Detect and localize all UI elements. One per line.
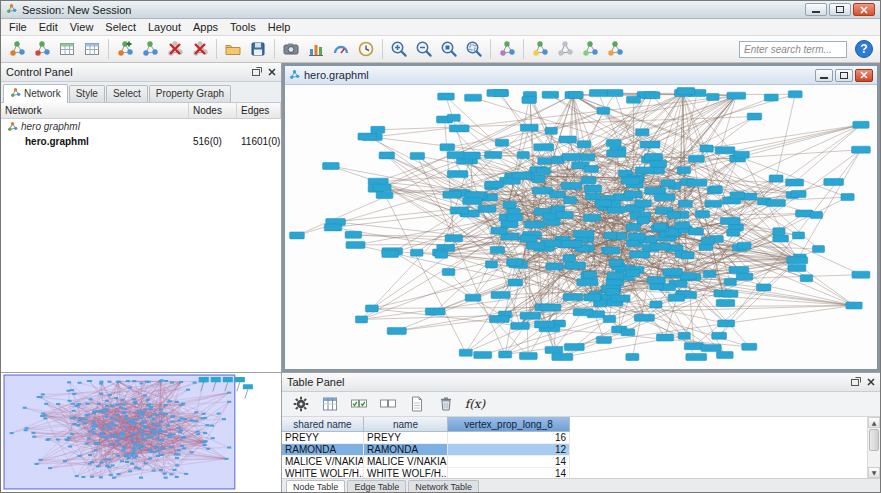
open-session-button[interactable] bbox=[221, 37, 245, 61]
tab-node-table[interactable]: Node Table bbox=[286, 480, 345, 493]
table-row-preyy[interactable]: PREYYPREYY16 bbox=[282, 432, 880, 444]
new-empty-network-button[interactable] bbox=[113, 37, 137, 61]
close-panel-button[interactable] bbox=[268, 66, 276, 78]
left-column: Control Panel NetworkStyleSelectProperty… bbox=[1, 63, 282, 492]
network-tree: hero graphmlhero.graphml516(0)11601(0) bbox=[1, 119, 281, 372]
import-table-from-file-button[interactable] bbox=[55, 37, 79, 61]
main-area: Control Panel NetworkStyleSelectProperty… bbox=[1, 63, 880, 492]
save-session-button[interactable] bbox=[246, 37, 270, 61]
maximize-button[interactable] bbox=[829, 3, 851, 16]
control-panel: Control Panel NetworkStyleSelectProperty… bbox=[1, 63, 281, 373]
import-network-from-url-button[interactable] bbox=[30, 37, 54, 61]
toolbar-separator bbox=[382, 39, 383, 59]
tab-select[interactable]: Select bbox=[106, 85, 148, 102]
close-icon bbox=[860, 6, 868, 14]
menu-select[interactable]: Select bbox=[99, 19, 142, 35]
first-neighbors-button[interactable] bbox=[528, 37, 552, 61]
destroy-network-button[interactable] bbox=[163, 37, 187, 61]
tab-network[interactable]: Network bbox=[3, 84, 68, 103]
help-button[interactable]: ? bbox=[855, 40, 873, 58]
table-scrollbar[interactable]: ▲ ▼ bbox=[867, 417, 880, 478]
zoom-out-button[interactable] bbox=[412, 37, 436, 61]
column-header-nodes[interactable]: Nodes bbox=[189, 103, 237, 118]
menu-tools[interactable]: Tools bbox=[224, 19, 262, 35]
collection-label: hero graphml bbox=[21, 121, 80, 132]
deselect-all-rows-button[interactable] bbox=[378, 394, 398, 414]
timer-button[interactable] bbox=[354, 37, 378, 61]
table-options-button[interactable] bbox=[291, 394, 311, 414]
column-header-vertex-prop-long-8[interactable]: vertex_prop_long_8 bbox=[448, 417, 570, 432]
nodes-count-cell: 516(0) bbox=[189, 134, 237, 149]
table-row-white-wolf-h-[interactable]: WHITE WOLF/H..WHITE WOLF/H..14 bbox=[282, 468, 880, 478]
table-row-ramonda[interactable]: RAMONDARAMONDA12 bbox=[282, 444, 880, 456]
close-button[interactable] bbox=[853, 3, 875, 16]
tab-edge-table[interactable]: Edge Table bbox=[347, 480, 406, 493]
float-panel-button[interactable] bbox=[851, 376, 861, 388]
show-columns-button[interactable] bbox=[320, 394, 340, 414]
gauge-button[interactable] bbox=[329, 37, 353, 61]
birds-eye-view[interactable] bbox=[1, 373, 281, 492]
float-panel-button[interactable] bbox=[252, 66, 262, 78]
table-panel-toolbar: f(x) bbox=[282, 392, 880, 416]
name-cell: PREYY bbox=[364, 432, 448, 444]
hide-selected-button[interactable] bbox=[553, 37, 577, 61]
window-titlebar[interactable]: Session: New Session bbox=[1, 1, 880, 19]
column-header-shared-name[interactable]: shared name bbox=[282, 417, 364, 432]
table-row-malice-v-nakia[interactable]: MALICE V/NAKIAMALICE V/NAKIA14 bbox=[282, 456, 880, 468]
menu-file[interactable]: File bbox=[3, 19, 33, 35]
column-header-edges[interactable]: Edges bbox=[237, 103, 281, 118]
scroll-thumb[interactable] bbox=[869, 429, 879, 451]
network-window-title: hero.graphml bbox=[304, 69, 369, 81]
tab-label: Style bbox=[76, 88, 98, 99]
function-builder-button[interactable]: f(x) bbox=[465, 394, 485, 414]
network-close-button[interactable] bbox=[855, 69, 873, 82]
tab-network-table[interactable]: Network Table bbox=[408, 480, 479, 493]
close-panel-button[interactable] bbox=[867, 376, 875, 388]
minimize-button[interactable] bbox=[805, 3, 827, 16]
apply-style-button[interactable] bbox=[495, 37, 519, 61]
zoom-in-button[interactable] bbox=[387, 37, 411, 61]
create-column-button[interactable] bbox=[407, 394, 427, 414]
network-minimize-button[interactable] bbox=[815, 69, 833, 82]
menu-help[interactable]: Help bbox=[262, 19, 297, 35]
close-icon bbox=[860, 71, 868, 79]
network-canvas[interactable] bbox=[285, 85, 877, 369]
name-cell: WHITE WOLF/H.. bbox=[364, 468, 448, 478]
value-cell: 12 bbox=[448, 444, 570, 456]
zoom-fit-content-button[interactable] bbox=[462, 37, 486, 61]
menu-view[interactable]: View bbox=[64, 19, 100, 35]
menu-edit[interactable]: Edit bbox=[33, 19, 64, 35]
menu-layout[interactable]: Layout bbox=[142, 19, 187, 35]
tab-style[interactable]: Style bbox=[69, 85, 105, 102]
clone-network-button[interactable] bbox=[138, 37, 162, 61]
network-window: hero.graphml bbox=[284, 65, 878, 370]
select-all-rows-button[interactable] bbox=[349, 394, 369, 414]
scroll-up-button[interactable]: ▲ bbox=[868, 417, 880, 428]
network-tree-row-hero-graphml[interactable]: hero.graphml516(0)11601(0) bbox=[1, 134, 281, 149]
toolbar-separator bbox=[523, 39, 524, 59]
network-window-titlebar[interactable]: hero.graphml bbox=[285, 66, 877, 85]
import-table-from-url-button[interactable] bbox=[80, 37, 104, 61]
scroll-down-button[interactable]: ▼ bbox=[868, 467, 880, 478]
menu-apps[interactable]: Apps bbox=[187, 19, 224, 35]
value-cell: 14 bbox=[448, 456, 570, 468]
delete-columns-button[interactable] bbox=[436, 394, 456, 414]
app-icon bbox=[6, 3, 17, 16]
zoom-selected-button[interactable] bbox=[437, 37, 461, 61]
show-all-button[interactable] bbox=[578, 37, 602, 61]
destroy-view-button[interactable] bbox=[188, 37, 212, 61]
network-snapshot-button[interactable] bbox=[279, 37, 303, 61]
chart-button[interactable] bbox=[304, 37, 328, 61]
network-tab-icon bbox=[10, 87, 21, 100]
search-input[interactable] bbox=[739, 41, 847, 58]
minimize-icon bbox=[812, 11, 820, 13]
network-maximize-button[interactable] bbox=[835, 69, 853, 82]
import-network-from-file-button[interactable] bbox=[5, 37, 29, 61]
toolbar-separator bbox=[108, 39, 109, 59]
network-tree-row-hero-graphml[interactable]: hero graphml bbox=[1, 119, 281, 134]
column-header-name[interactable]: name bbox=[364, 417, 448, 432]
tab-property-graph[interactable]: Property Graph bbox=[149, 85, 231, 102]
annotation-mode-button[interactable] bbox=[603, 37, 627, 61]
column-header-network[interactable]: Network bbox=[1, 103, 189, 118]
control-panel-tabs: NetworkStyleSelectProperty Graph bbox=[1, 82, 281, 103]
